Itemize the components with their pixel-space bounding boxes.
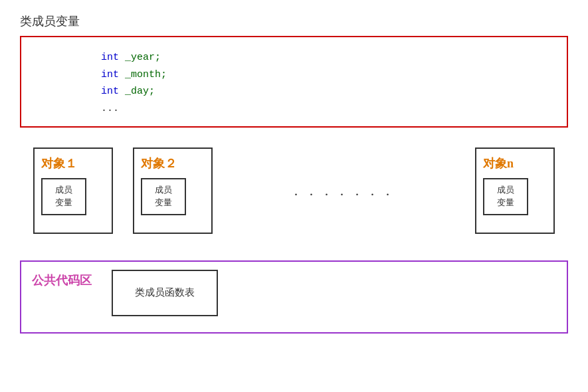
object-label-1: 对象１ (41, 155, 77, 171)
keyword-int-1: int (101, 52, 119, 63)
member-box-2: 成员变量 (141, 178, 186, 215)
member-box-1: 成员变量 (41, 178, 86, 215)
code-box: int _year; int _month; int _day; ... (20, 36, 568, 128)
code-line-2: int _month; (101, 66, 567, 84)
object-box-n: 对象n 成员变量 (475, 147, 555, 234)
section-title-class-members: 类成员变量 (20, 13, 568, 29)
keyword-int-3: int (101, 86, 119, 97)
code-line-3: int _day; (101, 83, 567, 100)
member-box-n: 成员变量 (483, 178, 528, 215)
public-area-label: 公共代码区 (32, 270, 92, 288)
var-year: _year; (125, 52, 161, 63)
var-day: _day; (125, 86, 155, 97)
object-box-2: 对象２ 成员变量 (133, 147, 213, 234)
object-label-n: 对象n (483, 155, 514, 171)
code-ellipsis: ... (101, 103, 567, 114)
keyword-int-2: int (101, 69, 119, 80)
func-table-box: 类成员函数表 (112, 270, 218, 316)
public-area: 公共代码区 类成员函数表 (20, 260, 568, 334)
object-label-2: 对象２ (141, 155, 177, 171)
objects-row: 对象１ 成员变量 对象２ 成员变量 . . . . . . . 对象n 成员变量 (20, 147, 568, 234)
object-box-1: 对象１ 成员变量 (33, 147, 113, 234)
middle-dots: . . . . . . . (233, 182, 455, 199)
var-month: _month; (125, 69, 167, 80)
code-line-1: int _year; (101, 49, 567, 66)
